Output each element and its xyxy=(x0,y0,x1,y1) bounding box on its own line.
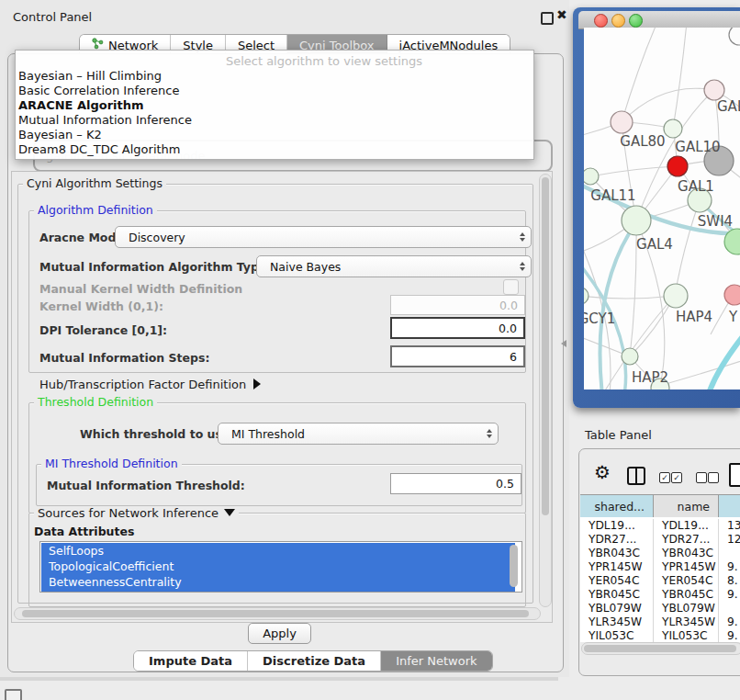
aracne-mode-combo[interactable]: Discovery xyxy=(115,226,532,248)
minimize-traffic-light[interactable] xyxy=(611,14,625,28)
node-gal10-red[interactable] xyxy=(667,156,688,176)
node-partial[interactable] xyxy=(729,28,740,45)
dropdown-item[interactable]: Mutual Information Inference xyxy=(18,113,523,128)
minimized-panel-icon[interactable] xyxy=(5,689,22,700)
node-hap4[interactable] xyxy=(664,284,688,308)
node-label: GAL80 xyxy=(620,133,665,150)
table-row[interactable]: YBR045CYBR045C9. xyxy=(580,588,740,602)
gear-icon[interactable]: ⚙ xyxy=(594,461,611,483)
mi-threshold-value: 0.5 xyxy=(496,477,514,491)
float-window-icon[interactable] xyxy=(541,12,554,25)
column-header-name[interactable]: name xyxy=(654,495,719,517)
tab-impute-data[interactable]: Impute Data xyxy=(134,651,248,671)
table-header: shared... name xyxy=(580,494,740,518)
dpi-tolerance-value: 0.0 xyxy=(499,322,517,335)
column-header-cut[interactable] xyxy=(719,495,740,517)
list-item[interactable]: gal4RGexp xyxy=(41,590,515,593)
sources-title: Sources for Network Inference xyxy=(38,506,219,520)
tab-label: Impute Data xyxy=(149,654,232,668)
table-panel-title: Table Panel xyxy=(585,428,652,442)
node-gal4[interactable] xyxy=(622,206,651,235)
close-icon[interactable]: ✖ xyxy=(556,7,567,22)
close-traffic-light[interactable] xyxy=(594,14,608,28)
which-threshold-combo[interactable]: MI Threshold xyxy=(218,423,499,445)
table-row[interactable]: YER054CYER054C8. xyxy=(580,574,740,588)
network-window-titlebar[interactable] xyxy=(578,11,740,29)
splitter-handle[interactable] xyxy=(561,340,566,347)
checkbox-checked-icon[interactable]: ✓ xyxy=(671,472,682,483)
expand-arrow-icon xyxy=(253,378,261,390)
mi-threshold-label: Mutual Information Threshold: xyxy=(47,479,245,492)
table-row[interactable]: YIL053CYIL053C9. xyxy=(580,629,740,642)
column-header-shared-name[interactable]: shared... xyxy=(580,495,654,517)
kernel-width-value: 0.0 xyxy=(499,299,518,312)
network-graph: GAL80 GAL10 GAL1 GAL11 GAL4 SWI4 GCY1 HA… xyxy=(584,28,740,390)
mi-steps-label: Mutual Information Steps: xyxy=(39,351,209,365)
tab-infer-network[interactable]: Infer Network xyxy=(381,651,491,671)
mi-threshold-field[interactable]: 0.5 xyxy=(390,473,521,494)
node-gal-top[interactable] xyxy=(704,80,724,100)
hub-definition-label: Hub/Transcription Factor Definition xyxy=(39,378,246,391)
network-edge-cyan xyxy=(707,331,740,390)
node-unlabeled[interactable] xyxy=(664,119,682,138)
page-icon[interactable] xyxy=(729,463,740,487)
table-row[interactable]: YDL19...YDL19...13 xyxy=(580,519,740,533)
dpi-tolerance-label: DPI Tolerance [0,1]: xyxy=(39,323,167,337)
table-hscrollbar-thumb[interactable] xyxy=(584,645,736,652)
sources-toggle[interactable]: Sources for Network Inference xyxy=(34,506,239,520)
node-label: HAP2 xyxy=(632,369,668,386)
table-row[interactable]: YBR043CYBR043C xyxy=(580,547,740,560)
threshold-definition-title: Threshold Definition xyxy=(34,396,157,409)
mi-type-combo[interactable]: Naive Bayes xyxy=(256,255,532,277)
tab-discretize-data[interactable]: Discretize Data xyxy=(248,651,381,671)
combo-arrows-icon xyxy=(487,429,492,438)
table-row[interactable]: YLR345WYLR345W9. xyxy=(580,615,740,629)
node-gcy1[interactable] xyxy=(584,288,589,304)
settings-hscrollbar-thumb[interactable] xyxy=(22,610,529,617)
tab-label: Discretize Data xyxy=(263,654,365,668)
mi-threshold-group-title: MI Threshold Definition xyxy=(41,457,182,470)
bottom-strip xyxy=(0,677,740,700)
mi-steps-value: 6 xyxy=(510,350,517,364)
node-hap2[interactable] xyxy=(622,348,638,365)
control-panel-title: Control Panel xyxy=(13,10,92,24)
bottom-tabs: Impute Data Discretize Data Infer Networ… xyxy=(133,650,493,672)
checkbox-checked-icon[interactable]: ✓ xyxy=(659,472,670,483)
aracne-mode-value: Discovery xyxy=(129,231,185,244)
settings-vscrollbar xyxy=(539,174,552,607)
table-row[interactable]: YPR145WYPR145W9. xyxy=(580,560,740,574)
settings-vscrollbar-thumb[interactable] xyxy=(542,177,549,515)
network-canvas[interactable]: GAL80 GAL10 GAL1 GAL11 GAL4 SWI4 GCY1 HA… xyxy=(584,28,740,390)
node-pink[interactable] xyxy=(724,285,740,305)
kernel-width-label: Kernel Width (0,1): xyxy=(39,299,163,313)
algorithm-dropdown-popup: Select algorithm to view settings Bayesi… xyxy=(15,50,534,160)
dpi-tolerance-field[interactable]: 0.0 xyxy=(390,317,525,339)
dropdown-item-selected[interactable]: ARACNE Algorithm xyxy=(18,98,523,113)
manual-kernel-checkbox[interactable] xyxy=(503,279,519,295)
node-gal80[interactable] xyxy=(611,111,633,133)
apply-button-label: Apply xyxy=(263,627,297,640)
checkbox-unchecked-icon[interactable] xyxy=(696,472,707,483)
list-scrollbar-thumb[interactable] xyxy=(510,545,518,587)
data-attributes-label: Data Attributes xyxy=(34,525,134,538)
table-row[interactable]: YDR27...YDR27...12 xyxy=(580,533,740,547)
split-columns-icon[interactable] xyxy=(627,467,645,485)
table-row[interactable]: YBL079WYBL079W xyxy=(580,602,740,615)
network-view-window: GAL80 GAL10 GAL1 GAL11 GAL4 SWI4 GCY1 HA… xyxy=(573,7,740,408)
list-item[interactable]: SelfLoops xyxy=(41,543,515,559)
node-label: Y xyxy=(728,309,738,325)
list-item[interactable]: TopologicalCoefficient xyxy=(41,559,515,574)
hub-definition-toggle[interactable]: Hub/Transcription Factor Definition xyxy=(39,378,261,391)
dropdown-item[interactable]: Dream8 DC_TDC Algorithm xyxy=(18,142,523,157)
list-item[interactable]: BetweennessCentrality xyxy=(41,574,515,590)
zoom-traffic-light[interactable] xyxy=(629,14,643,28)
dropdown-item[interactable]: Basic Correlation Inference xyxy=(18,84,523,98)
node-gal11[interactable] xyxy=(584,168,599,185)
apply-button[interactable]: Apply xyxy=(248,623,311,644)
mi-steps-field[interactable]: 6 xyxy=(390,345,525,367)
algorithm-definition-title: Algorithm Definition xyxy=(34,204,157,217)
dropdown-item[interactable]: Bayesian – Hill Climbing xyxy=(18,69,523,84)
kernel-width-field[interactable]: 0.0 xyxy=(390,295,525,315)
checkbox-unchecked-icon[interactable] xyxy=(708,472,719,483)
dropdown-item[interactable]: Bayesian – K2 xyxy=(18,128,523,142)
